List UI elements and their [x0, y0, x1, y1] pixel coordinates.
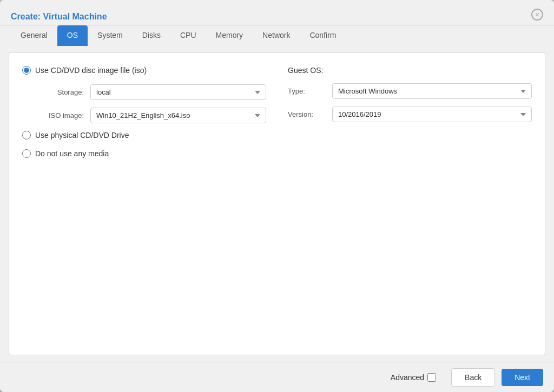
advanced-section: Advanced: [391, 373, 436, 382]
title-bar: Create: Virtual Machine ×: [0, 0, 554, 25]
radio-none-option[interactable]: Do not use any media: [22, 149, 266, 158]
radio-physical-option[interactable]: Use physical CD/DVD Drive: [22, 131, 266, 139]
radio-iso-input[interactable]: [22, 66, 31, 75]
tab-confirm[interactable]: Confirm: [300, 25, 346, 46]
tab-general[interactable]: General: [11, 25, 57, 46]
tab-cpu[interactable]: CPU: [170, 25, 206, 46]
next-button[interactable]: Next: [502, 369, 543, 386]
tab-network[interactable]: Network: [253, 25, 300, 46]
radio-iso-option[interactable]: Use CD/DVD disc image file (iso): [22, 66, 266, 75]
radio-physical-input[interactable]: [22, 131, 31, 139]
iso-label: ISO image:: [35, 111, 84, 119]
type-select[interactable]: Microsoft Windows: [332, 83, 532, 99]
version-select[interactable]: 10/2016/2019: [332, 107, 532, 122]
advanced-checkbox[interactable]: [427, 373, 436, 382]
tab-bar: General OS System Disks CPU Memory Netwo…: [0, 25, 554, 46]
tab-disks[interactable]: Disks: [133, 25, 170, 46]
dialog-title: Create: Virtual Machine: [11, 12, 107, 22]
guest-os-title: Guest OS:: [288, 66, 532, 75]
radio-physical-label: Use physical CD/DVD Drive: [35, 131, 129, 139]
footer: Advanced Back Next: [0, 362, 554, 392]
iso-row: ISO image: Win10_21H2_English_x64.iso: [35, 108, 266, 123]
advanced-label: Advanced: [391, 373, 424, 382]
close-button[interactable]: ×: [531, 9, 543, 21]
left-section: Use CD/DVD disc image file (iso) Storage…: [22, 66, 266, 168]
version-label: Version:: [288, 110, 326, 118]
create-vm-dialog: Create: Virtual Machine × General OS Sys…: [0, 0, 554, 392]
radio-iso-label: Use CD/DVD disc image file (iso): [35, 66, 147, 75]
storage-select[interactable]: local: [90, 84, 266, 100]
type-label: Type:: [288, 87, 326, 95]
version-row: Version: 10/2016/2019: [288, 107, 532, 122]
back-button[interactable]: Back: [451, 368, 495, 387]
tab-os[interactable]: OS: [57, 25, 88, 46]
radio-none-label: Do not use any media: [35, 149, 109, 158]
tab-system[interactable]: System: [88, 25, 133, 46]
storage-row: Storage: local: [35, 84, 266, 100]
os-form: Use CD/DVD disc image file (iso) Storage…: [22, 66, 532, 168]
content-area: Use CD/DVD disc image file (iso) Storage…: [9, 52, 545, 355]
iso-select[interactable]: Win10_21H2_English_x64.iso: [90, 108, 266, 123]
storage-label: Storage:: [35, 88, 84, 96]
tab-memory[interactable]: Memory: [206, 25, 253, 46]
right-section: Guest OS: Type: Microsoft Windows Versio…: [288, 66, 532, 168]
radio-none-input[interactable]: [22, 149, 31, 158]
type-row: Type: Microsoft Windows: [288, 83, 532, 99]
